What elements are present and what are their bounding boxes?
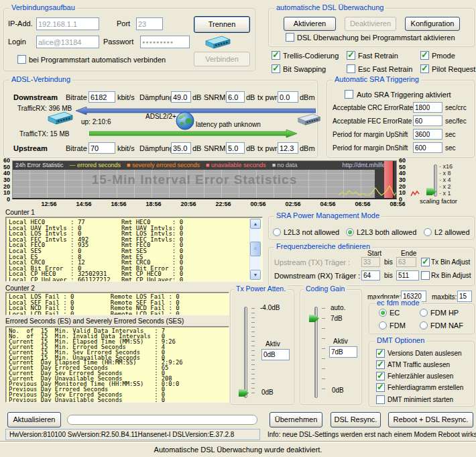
legend-label: unavailable seconds: [211, 162, 266, 168]
graph-ytick-left: 40: [0, 170, 10, 176]
connect-button[interactable]: Verbinden: [194, 52, 250, 66]
tx-power-slider-track[interactable]: [244, 307, 247, 398]
graph-ytick-right: 30: [399, 176, 410, 183]
tx-bin-adjust-checkbox[interactable]: [421, 258, 430, 266]
error-statistics-graph[interactable]: 15-Min Interval Error Statistics 24h Err…: [12, 160, 397, 199]
password-input[interactable]: [140, 36, 190, 48]
ip-input[interactable]: [36, 17, 99, 30]
pmode-checkbox[interactable]: [420, 51, 429, 60]
upstream-start-input[interactable]: [361, 257, 380, 267]
ip-label: IP-Add.: [8, 19, 33, 28]
es-ses-box[interactable]: No. of 15 Min. Valid Data Intervals : 7 …: [5, 326, 229, 403]
us-txpwr-input[interactable]: [278, 142, 298, 154]
us-snrm-input[interactable]: [226, 142, 245, 154]
coding-gain-aktiv-input[interactable]: [329, 346, 357, 358]
ec-radio[interactable]: [379, 309, 387, 317]
l2l3-both-allowed-radio[interactable]: [346, 228, 354, 236]
l2-allowed-radio[interactable]: [424, 228, 432, 236]
refresh-button[interactable]: Aktualisieren: [7, 412, 61, 427]
coding-gain-top-tick: auto.: [331, 304, 345, 311]
scroll-down-icon[interactable]: ▼: [250, 270, 261, 280]
ds-bitrate-label: Bitrate: [66, 93, 87, 101]
counter2-box[interactable]: Local LOS Fail : 0 Remote LOS Fail : 0 L…: [5, 292, 229, 315]
modem-icon: [204, 34, 232, 52]
fdm-hp-radio[interactable]: [420, 309, 428, 317]
ds-snrm-input[interactable]: [226, 91, 245, 103]
configuration-button[interactable]: Konfiguration: [405, 17, 460, 31]
monitoring-startup-checkbox[interactable]: [286, 33, 294, 42]
graph-ytick-left: 30: [0, 176, 10, 183]
atm-traffic-checkbox[interactable]: [376, 360, 385, 369]
esc-fast-retrain-checkbox-label: Esc Fast Retrain: [358, 65, 412, 73]
fehlerdiagramm-checkbox[interactable]: [376, 383, 385, 392]
versions-daten-checkbox[interactable]: [376, 349, 385, 358]
fdm-radio-label: FDM: [390, 321, 406, 329]
maxbits-input[interactable]: [457, 291, 472, 302]
us-attenuation-input[interactable]: [171, 142, 191, 154]
fast-retrain-checkbox[interactable]: [347, 51, 355, 60]
fec-errorrate-input[interactable]: [413, 115, 442, 126]
us-bitrate-input[interactable]: [88, 142, 115, 154]
ds-txpwr-input[interactable]: [278, 91, 298, 103]
trellis-checkbox[interactable]: [272, 51, 280, 60]
login-input[interactable]: [36, 36, 99, 48]
graph-ytick-right: 60: [399, 157, 410, 164]
bit-swapping-checkbox[interactable]: [272, 64, 280, 73]
activate-button[interactable]: Aktivieren: [284, 17, 336, 31]
scroll-up-icon[interactable]: ▲: [250, 219, 261, 229]
upstream-end-input[interactable]: [396, 257, 416, 267]
dsl-resync-button[interactable]: DSL Resync.: [331, 412, 381, 427]
l2l3-not-allowed-radio[interactable]: [273, 228, 281, 236]
legend-errored-seconds: — errored seconds: [70, 161, 121, 170]
graph-ytick-left: 60: [0, 157, 10, 164]
esc-fast-retrain-checkbox[interactable]: [347, 64, 355, 73]
remote-dslam-icon: [296, 111, 322, 129]
fdm-naf-radio[interactable]: [420, 321, 428, 329]
reboot-resync-button[interactable]: Reboot + DSL Resync.: [388, 412, 473, 427]
ds-attenuation-unit: dB: [192, 93, 201, 101]
ds-attenuation-label: Dämpfung: [139, 93, 174, 101]
downstream-end-input[interactable]: [396, 270, 419, 281]
coding-gain-aktiv-label: Aktiv: [333, 338, 348, 345]
counter1-scrollbar[interactable]: ▲ ≡ ▼: [249, 219, 261, 280]
scrollbar-thumb[interactable]: ≡: [250, 242, 261, 256]
downstream-label: Downstream: [13, 93, 58, 101]
tx-bin-adjust-label: Tx Bin Adjust: [431, 258, 470, 266]
tx-power-group: Tx Power Atten. -4.0dB Aktiv 0dB: [230, 289, 294, 405]
start-header: Start: [367, 250, 381, 257]
rx-bin-adjust-checkbox[interactable]: [421, 271, 430, 280]
errored-seconds-line: [325, 160, 396, 198]
connection-group: Verbindungsaufbau IP-Add. Port Trennen L…: [3, 8, 255, 71]
ds-bitrate-input[interactable]: [88, 91, 115, 103]
dnshift-input[interactable]: [413, 142, 442, 153]
trellis-checkbox-label: Trellis-Codierung: [283, 52, 339, 60]
dmt-minimiert-checkbox[interactable]: [376, 395, 385, 404]
scaling-option: x 1: [439, 190, 451, 197]
version-info-text: HwVersion:810100 SwVersion:R2.50.B4.11Ha…: [9, 431, 234, 438]
ec-radio-label: EC: [390, 309, 400, 317]
apply-button[interactable]: Übernehmen: [270, 412, 322, 427]
fdm-radio[interactable]: [379, 321, 387, 329]
disconnect-button[interactable]: Trennen: [194, 16, 250, 33]
auto-sra-checkbox[interactable]: [345, 90, 353, 99]
monitoring-startup-checkbox-label: DSL Überwachung bei Programmstart aktivi…: [297, 34, 455, 42]
pilot-request-checkbox[interactable]: [420, 64, 429, 73]
crc-errorrate-input[interactable]: [413, 102, 442, 113]
graph-xtick: 20:56: [178, 201, 199, 207]
legend-severely-errored-seconds: ■ severely errored seconds: [127, 161, 200, 170]
crc-errorrate-label: Acceptable CRC ErrorRate: [333, 104, 413, 111]
autoconnect-checkbox[interactable]: [17, 55, 26, 64]
ds-txpwr-label: tx pwr: [257, 93, 277, 101]
counter1-box[interactable]: Local HEC0 : 77 Rmt HEC0 : 0 Local UAV I…: [5, 217, 263, 282]
l2l3-not-allowed-label: L2L3 not allowed: [284, 228, 339, 236]
fehlerzaehler-checkbox[interactable]: [376, 372, 385, 380]
port-input[interactable]: [136, 17, 163, 30]
upshift-input[interactable]: [413, 129, 442, 140]
ds-attenuation-input[interactable]: [171, 91, 191, 103]
tx-power-aktiv-input[interactable]: [261, 349, 290, 360]
tx-power-slider-ticks: [251, 308, 255, 394]
sra-triggering-title: Automatic SRA Triggering: [333, 75, 421, 83]
deactivate-button[interactable]: Deaktivieren: [345, 17, 396, 31]
graph-watermark: 15-Min Interval Error Statistics: [13, 172, 376, 187]
downstream-start-input[interactable]: [361, 270, 380, 281]
